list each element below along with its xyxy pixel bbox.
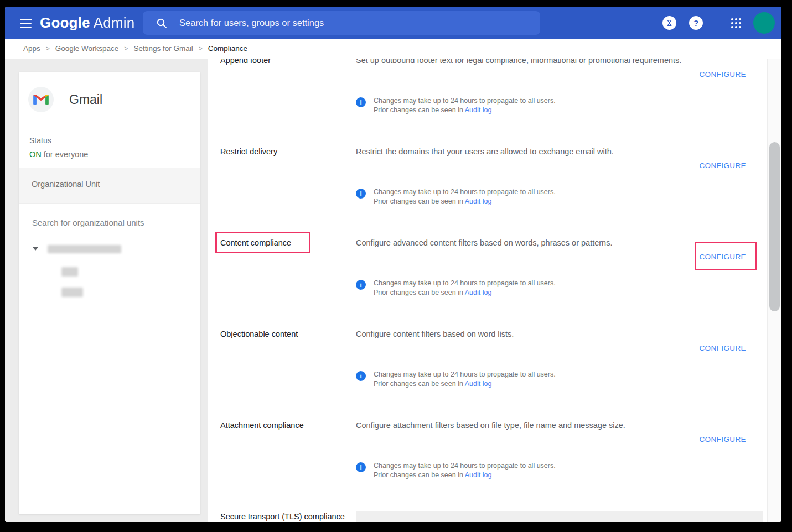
setting-label: Restrict delivery	[220, 147, 345, 157]
setting-row-objectionable-content: Objectionable content Configure content …	[208, 329, 767, 420]
breadcrumb: Apps > Google Workspace > Settings for G…	[5, 39, 781, 58]
gmail-service-card: Gmail Status ON for everyone Organizatio…	[19, 72, 200, 514]
status-scope: for everyone	[42, 150, 89, 159]
org-unit-child-item[interactable]	[61, 288, 200, 297]
setting-row-hover-placeholder	[356, 511, 763, 522]
info-line-2: Prior changes can be seen in Audit log	[374, 197, 556, 206]
propagation-info: i Changes may take up to 24 hours to pro…	[356, 370, 556, 389]
info-line-2-text: Prior changes can be seen in	[374, 380, 465, 388]
app-bar: Google Admin ?	[5, 7, 781, 39]
chevron-expand-icon[interactable]	[33, 247, 38, 251]
propagation-info: i Changes may take up to 24 hours to pro…	[356, 279, 556, 298]
audit-log-link[interactable]: Audit log	[465, 197, 492, 205]
setting-row-attachment-compliance: Attachment compliance Configure attachme…	[208, 420, 767, 512]
setting-label: Append footer	[220, 59, 345, 65]
product-logo: Google Admin	[40, 14, 134, 32]
propagation-info: i Changes may take up to 24 hours to pro…	[356, 187, 556, 206]
org-unit-search-input[interactable]	[32, 218, 187, 231]
info-text: Changes may take up to 24 hours to propa…	[374, 370, 556, 389]
status-on-badge: ON	[29, 150, 42, 159]
info-line-1: Changes may take up to 24 hours to propa…	[374, 370, 556, 379]
info-line-2: Prior changes can be seen in Audit log	[374, 106, 556, 115]
status-label: Status	[29, 136, 190, 145]
org-unit-child-item[interactable]	[61, 267, 200, 277]
audit-log-link[interactable]: Audit log	[465, 289, 492, 296]
help-icon[interactable]: ?	[689, 16, 703, 30]
info-text: Changes may take up to 24 hours to propa…	[374, 461, 556, 480]
info-line-2-text: Prior changes can be seen in	[374, 471, 465, 479]
info-line-1: Changes may take up to 24 hours to propa…	[374, 279, 556, 288]
pending-tasks-hourglass-icon[interactable]	[662, 16, 676, 30]
info-icon: i	[356, 189, 366, 199]
org-unit-section-header: Organizational Unit	[19, 168, 200, 204]
propagation-info: i Changes may take up to 24 hours to pro…	[356, 96, 556, 115]
setting-description: Set up outbound footer text for legal co…	[356, 59, 695, 66]
info-line-2: Prior changes can be seen in Audit log	[374, 288, 556, 298]
breadcrumb-separator: >	[124, 45, 128, 53]
info-line-1: Changes may take up to 24 hours to propa…	[374, 96, 556, 106]
setting-row-append-footer: Append footer Set up outbound footer tex…	[208, 59, 767, 147]
breadcrumb-settings-for-gmail[interactable]: Settings for Gmail	[133, 44, 193, 53]
menu-icon[interactable]	[20, 19, 32, 28]
scrollbar-thumb[interactable]	[769, 142, 780, 311]
brand-admin: Admin	[94, 14, 135, 31]
setting-label: Secure transport (TLS) compliance	[220, 512, 345, 521]
audit-log-link[interactable]: Audit log	[465, 380, 492, 388]
setting-description: Configure advanced content filters based…	[356, 238, 695, 248]
info-icon: i	[356, 371, 366, 381]
status-value: ON for everyone	[29, 150, 190, 159]
setting-description: Restrict the domains that your users are…	[356, 147, 695, 157]
propagation-info: i Changes may take up to 24 hours to pro…	[356, 461, 556, 480]
info-icon: i	[356, 280, 366, 290]
breadcrumb-current-compliance: Compliance	[208, 44, 247, 53]
status-block: Status ON for everyone	[19, 127, 200, 168]
settings-list: Append footer Set up outbound footer tex…	[208, 59, 767, 522]
redacted-org-name	[48, 245, 121, 253]
service-title: Gmail	[69, 92, 102, 107]
redacted-org-name	[61, 267, 78, 277]
breadcrumb-google-workspace[interactable]: Google Workspace	[55, 44, 119, 53]
configure-button[interactable]: CONFIGURE	[699, 435, 746, 444]
info-icon: i	[356, 97, 366, 107]
breadcrumb-separator: >	[199, 45, 203, 53]
account-avatar[interactable]	[753, 12, 775, 34]
org-unit-tree	[19, 241, 200, 297]
configure-button[interactable]: CONFIGURE	[699, 70, 746, 79]
audit-log-link[interactable]: Audit log	[465, 471, 492, 479]
org-unit-root-item[interactable]	[19, 241, 200, 257]
brand-google: Google	[40, 14, 90, 31]
info-line-2: Prior changes can be seen in Audit log	[374, 471, 556, 480]
configure-button[interactable]: CONFIGURE	[699, 253, 746, 261]
info-text: Changes may take up to 24 hours to propa…	[374, 279, 556, 298]
hourglass-glyph	[666, 19, 673, 27]
info-icon: i	[356, 462, 366, 472]
setting-description: Configure attachment filters based on fi…	[356, 420, 695, 431]
setting-description: Configure content filters based on word …	[356, 329, 695, 340]
info-line-2-text: Prior changes can be seen in	[374, 106, 465, 114]
gmail-card-header: Gmail	[19, 72, 200, 127]
info-line-2: Prior changes can be seen in Audit log	[374, 379, 556, 389]
scrollbar-track[interactable]	[767, 59, 781, 522]
gmail-m-icon	[33, 93, 49, 106]
info-text: Changes may take up to 24 hours to propa…	[374, 96, 556, 115]
info-line-1: Changes may take up to 24 hours to propa…	[374, 187, 556, 197]
redacted-org-name	[61, 288, 83, 297]
setting-label: Content compliance	[220, 238, 345, 248]
apps-grid-icon[interactable]	[730, 17, 742, 29]
audit-log-link[interactable]: Audit log	[465, 106, 492, 114]
setting-row-restrict-delivery: Restrict delivery Restrict the domains t…	[208, 147, 767, 238]
configure-button[interactable]: CONFIGURE	[699, 344, 746, 352]
info-line-2-text: Prior changes can be seen in	[374, 289, 465, 296]
admin-console-window: Google Admin ? Apps > Goo	[5, 7, 781, 522]
global-search[interactable]	[143, 11, 540, 35]
configure-button[interactable]: CONFIGURE	[699, 161, 746, 170]
info-line-2-text: Prior changes can be seen in	[374, 197, 465, 205]
global-search-input[interactable]	[179, 18, 540, 28]
setting-row-content-compliance: Content compliance Configure advanced co…	[208, 238, 767, 329]
setting-row-secure-transport-tls: Secure transport (TLS) compliance	[208, 512, 767, 522]
search-icon	[156, 18, 167, 29]
setting-label: Attachment compliance	[220, 420, 345, 430]
gmail-logo	[28, 87, 54, 112]
breadcrumb-apps[interactable]: Apps	[23, 44, 40, 53]
setting-label: Objectionable content	[220, 329, 345, 339]
